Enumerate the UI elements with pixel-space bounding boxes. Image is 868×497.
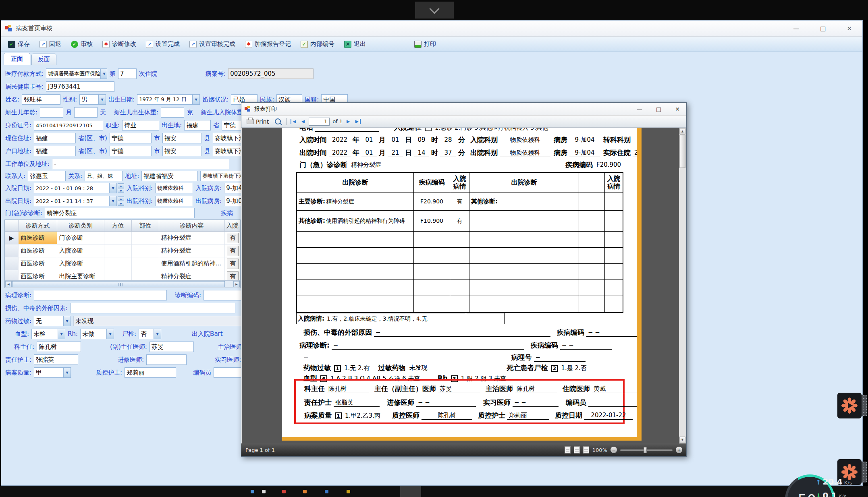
- remote-desktop-widget[interactable]: [837, 393, 862, 418]
- row-selector[interactable]: [5, 244, 19, 257]
- toolbar-button-诊断修改[interactable]: ✱诊断修改: [99, 39, 140, 49]
- taskbar-icon[interactable]: [282, 490, 286, 493]
- widget-drag-handle[interactable]: [862, 462, 867, 483]
- dropdown-arrow-icon[interactable]: ▼: [109, 196, 116, 206]
- zoom-slider[interactable]: [620, 449, 673, 451]
- time-spinner[interactable]: ▲▼: [118, 183, 124, 193]
- view-mode-3-button[interactable]: [583, 446, 589, 454]
- tab-正面[interactable]: 正面: [4, 53, 30, 65]
- taskbar-icon[interactable]: [303, 490, 307, 493]
- dialog-maximize-button[interactable]: □: [656, 106, 661, 112]
- chief-input[interactable]: 陈孔树: [37, 342, 81, 352]
- report-vscrollbar[interactable]: ▲ ▼: [679, 128, 686, 443]
- payment-select[interactable]: 城镇居民基本医疗保险▼: [46, 68, 107, 79]
- deputy-input[interactable]: 苏旻: [150, 342, 194, 352]
- nth-input[interactable]: 7: [118, 68, 137, 79]
- magnifier-icon[interactable]: [275, 118, 281, 124]
- qc-nurse-input[interactable]: 郑莉丽: [125, 367, 176, 378]
- scroll-down-icon[interactable]: ▼: [679, 437, 685, 443]
- newborn-day-input[interactable]: [74, 107, 98, 118]
- last-page-button[interactable]: ▶: [354, 119, 361, 124]
- toolbar-button-审核[interactable]: ✓审核: [67, 39, 96, 49]
- dropdown-arrow-icon[interactable]: ▼: [63, 316, 71, 326]
- dropdown-arrow-icon[interactable]: ▼: [98, 95, 106, 104]
- discharge-date-input[interactable]: 2022 - 01 - 21 14 : 37▼: [34, 196, 117, 206]
- nurse-input[interactable]: 张脂英: [34, 354, 78, 365]
- scroll-right-icon[interactable]: ▶: [233, 281, 240, 287]
- dropdown-arrow-icon[interactable]: ▼: [100, 69, 107, 79]
- prev-page-button[interactable]: ◀: [300, 119, 306, 124]
- discharge-dept-input[interactable]: 物质依赖科: [155, 196, 193, 206]
- blood-type-select[interactable]: 未检▼: [31, 329, 65, 339]
- rh-select[interactable]: 未做▼: [80, 329, 114, 339]
- scroll-left-icon[interactable]: ◀: [5, 281, 12, 287]
- work-input[interactable]: -: [52, 159, 229, 169]
- id-input[interactable]: 45010419720912105: [34, 120, 103, 130]
- next-page-button[interactable]: ▶: [345, 119, 351, 124]
- cur-prov-input[interactable]: 福建: [34, 133, 76, 143]
- injury-input[interactable]: [70, 303, 235, 313]
- health-card-input[interactable]: J39763441: [46, 81, 114, 92]
- zoom-out-button[interactable]: −: [611, 447, 617, 453]
- view-mode-2-button[interactable]: [574, 446, 580, 454]
- close-button[interactable]: ✕: [847, 25, 852, 32]
- restore-button[interactable]: □: [820, 25, 826, 32]
- zoom-slider-thumb[interactable]: [644, 447, 647, 453]
- minimize-button[interactable]: —: [793, 25, 799, 32]
- dropdown-arrow-icon[interactable]: ▼: [154, 329, 161, 339]
- newborn-month-input[interactable]: [40, 107, 63, 118]
- contact-input[interactable]: 张惠玉: [28, 171, 66, 181]
- toolbar-button-回退[interactable]: ↗回退: [36, 39, 65, 49]
- toolbar-button-设置完成[interactable]: ↗设置完成: [142, 39, 183, 49]
- admission-dept-input[interactable]: 物质依赖科: [155, 183, 193, 193]
- print-button[interactable]: Print: [245, 118, 271, 126]
- taskbar-icon[interactable]: [251, 490, 254, 493]
- dialog-minimize-button[interactable]: —: [637, 106, 642, 112]
- toolbar-button-内部编号[interactable]: ✓内部编号: [297, 39, 338, 49]
- diagnosis-table-hscrollbar[interactable]: ◀ ▶: [5, 280, 240, 288]
- dropdown-arrow-icon[interactable]: ▼: [109, 183, 116, 193]
- autopsy-select[interactable]: 否▼: [139, 329, 161, 339]
- scroll-up-icon[interactable]: ▲: [679, 128, 685, 135]
- table-row[interactable]: 西医诊断入院诊断精神分裂症有: [5, 244, 240, 257]
- toolbar-button-打印[interactable]: 打印: [411, 39, 440, 49]
- zoom-in-button[interactable]: +: [676, 447, 682, 453]
- taskbar-icon[interactable]: [262, 490, 266, 493]
- job-input[interactable]: 待业: [122, 120, 159, 130]
- time-spinner[interactable]: ▲▼: [118, 196, 124, 206]
- cur-city-input[interactable]: 宁德: [110, 133, 152, 143]
- scrollbar-thumb[interactable]: [679, 135, 685, 168]
- toolbar-button-退出[interactable]: ✕退出: [341, 39, 370, 49]
- table-row[interactable]: ▶西医诊断门诊诊断精神分裂症有: [5, 232, 240, 244]
- view-mode-1-button[interactable]: [565, 446, 571, 454]
- hk-city-input[interactable]: 宁德: [110, 146, 152, 156]
- name-input[interactable]: 张旺祥: [22, 94, 60, 105]
- scrollbar-thumb[interactable]: [12, 281, 225, 287]
- dialog-close-button[interactable]: ✕: [675, 106, 680, 112]
- quality-select[interactable]: 甲▼: [34, 367, 71, 378]
- row-selector[interactable]: [5, 257, 19, 270]
- taskbar-icon[interactable]: [347, 490, 350, 493]
- hk-county-input[interactable]: 福安: [162, 146, 202, 156]
- dropdown-arrow-icon[interactable]: ▼: [58, 329, 65, 339]
- toolbar-button-肿瘤报告登记[interactable]: ✱肿瘤报告登记: [241, 39, 295, 49]
- gender-select[interactable]: 男▼: [79, 94, 106, 105]
- birthplace-prov-input[interactable]: 福建: [184, 120, 211, 130]
- cur-county-input[interactable]: 福安: [162, 133, 202, 143]
- relation-input[interactable]: 兄、姐、妹: [85, 171, 123, 181]
- taskbar-active-app[interactable]: [400, 486, 421, 497]
- dropdown-arrow-icon[interactable]: ▼: [106, 329, 114, 339]
- birth-select[interactable]: 1972 年 9 月 12 日▼: [137, 94, 200, 105]
- widget-drag-handle[interactable]: [862, 395, 867, 416]
- contact-addr1-input[interactable]: 福建省福安: [141, 171, 198, 181]
- remote-bar-collapse-tab[interactable]: [415, 2, 454, 19]
- row-selector[interactable]: ▶: [5, 232, 19, 244]
- tab-反面[interactable]: 反面: [31, 54, 56, 65]
- allergy-select[interactable]: 无▼: [34, 316, 71, 326]
- table-row[interactable]: 西医诊断入院诊断使用酒精引起的精神...有: [5, 257, 240, 270]
- admission-date-input[interactable]: 2022 - 01 - 01 09 : 28▼: [34, 183, 117, 193]
- newborn-weight-input[interactable]: [161, 107, 184, 118]
- trainee-input[interactable]: [146, 354, 187, 365]
- dropdown-arrow-icon[interactable]: ▼: [192, 95, 199, 104]
- toolbar-button-设置审核完成[interactable]: ↗设置审核完成: [186, 39, 239, 49]
